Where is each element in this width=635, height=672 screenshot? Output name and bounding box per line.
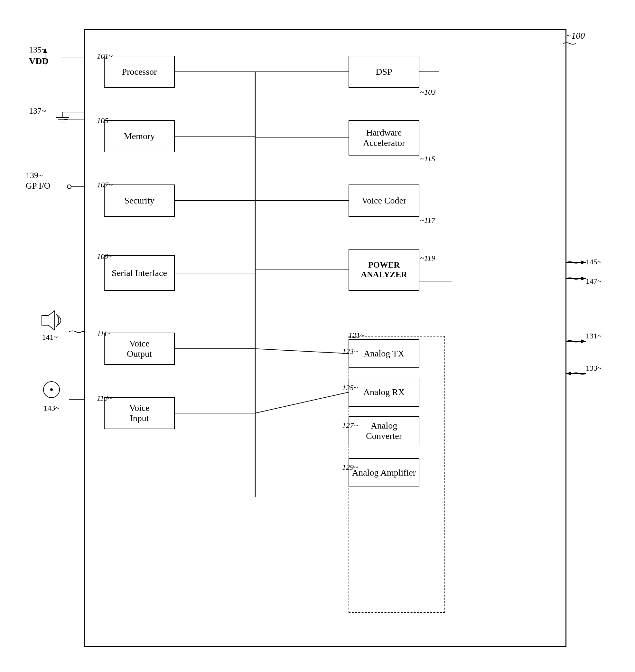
svg-marker-16 xyxy=(42,311,55,330)
ref-137: 137~ xyxy=(29,106,46,116)
voice-input-label: VoiceInput xyxy=(129,403,149,423)
block-analog-amplifier: Analog Amplifier xyxy=(349,458,419,487)
diagram-container: Processor Memory Security Serial Interfa… xyxy=(19,13,618,657)
ref-123: 123~ xyxy=(342,347,358,356)
block-serial: Serial Interface xyxy=(104,255,175,291)
ref-100: ~100 xyxy=(566,30,585,41)
block-voice-output: VoiceOutput xyxy=(104,333,175,365)
chip-boundary: Processor Memory Security Serial Interfa… xyxy=(84,29,566,647)
vdd-label: 135~ VDD xyxy=(29,45,49,66)
svg-marker-37 xyxy=(566,372,571,375)
svg-line-10 xyxy=(255,349,349,354)
ref-105: 105~ xyxy=(97,116,113,125)
voice-output-label: VoiceOutput xyxy=(127,338,152,359)
ref-121: 121~ xyxy=(349,331,364,340)
block-processor: Processor xyxy=(104,56,175,88)
mic-icon: 143~ xyxy=(42,380,61,413)
block-memory: Memory xyxy=(104,120,175,152)
analog-tx-label: Analog TX xyxy=(364,349,404,359)
svg-point-18 xyxy=(50,388,53,391)
gnd-area: 137~ xyxy=(29,106,46,117)
processor-label: Processor xyxy=(122,67,157,77)
ref-139: 139~ xyxy=(26,171,50,180)
ref-111: 111~ xyxy=(97,330,111,338)
serial-label: Serial Interface xyxy=(112,268,167,278)
voice-coder-label: Voice Coder xyxy=(362,195,407,206)
svg-point-27 xyxy=(67,185,71,189)
ref-143: 143~ xyxy=(42,404,61,413)
ref-109: 109~ xyxy=(97,252,113,261)
ref-101: 101~ xyxy=(97,52,113,61)
block-analog-rx: Analog RX xyxy=(349,378,419,407)
memory-label: Memory xyxy=(124,131,155,141)
ref-107: 107~ xyxy=(97,181,113,189)
ref-115: ~115 xyxy=(420,154,435,163)
speaker-icon: 141~ xyxy=(39,309,61,342)
analog-rx-label: Analog RX xyxy=(363,387,404,397)
analog-converter-label: AnalogConverter xyxy=(366,421,402,441)
block-analog-tx: Analog TX xyxy=(349,339,419,368)
block-dsp: DSP xyxy=(349,56,419,88)
ref-117: ~117 xyxy=(420,216,435,225)
block-hw-accel: HardwareAccelerator xyxy=(349,120,419,155)
ref-125: 125~ xyxy=(342,383,358,392)
block-analog-converter: AnalogConverter xyxy=(349,416,419,445)
ref-131: 131~ xyxy=(586,332,601,340)
ref-133: 133~ xyxy=(586,364,601,373)
block-voice-coder: Voice Coder xyxy=(349,185,419,217)
ref-147: 147~ xyxy=(586,277,601,286)
vdd-text: VDD xyxy=(29,56,49,66)
analog-amplifier-label: Analog Amplifier xyxy=(352,467,416,478)
block-voice-input: VoiceInput xyxy=(104,397,175,429)
svg-marker-33 xyxy=(581,277,586,280)
ref-103: ~103 xyxy=(420,88,436,97)
hw-accel-label: HardwareAccelerator xyxy=(363,127,405,148)
ref-145: 145~ xyxy=(586,258,601,266)
ref-135: 135~ xyxy=(29,45,49,55)
svg-line-12 xyxy=(255,392,349,413)
gpio-label: GP I/O xyxy=(26,181,50,191)
gpio-area: 139~ GP I/O xyxy=(26,171,50,191)
security-label: Security xyxy=(124,195,154,206)
ref-129: 129~ xyxy=(342,463,358,472)
ref-141: 141~ xyxy=(39,333,61,342)
dsp-label: DSP xyxy=(376,67,392,77)
ref-113: 113~ xyxy=(97,394,112,402)
ref-119: ~119 xyxy=(420,254,435,262)
svg-marker-35 xyxy=(581,339,586,343)
svg-marker-31 xyxy=(581,260,586,264)
power-analyzer-label: POWERANALYZER xyxy=(361,260,407,279)
ref-127: 127~ xyxy=(342,421,358,430)
block-security: Security xyxy=(104,185,175,217)
block-power-analyzer: POWERANALYZER xyxy=(349,249,419,291)
